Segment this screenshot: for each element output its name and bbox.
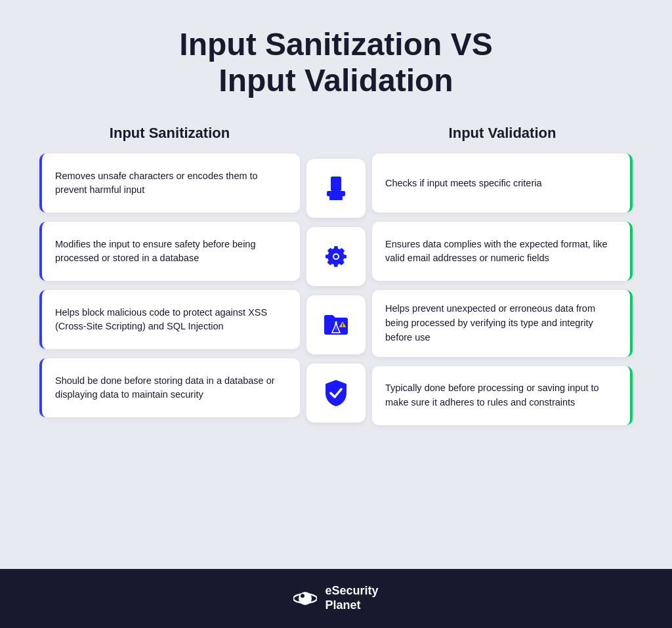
svg-rect-0 xyxy=(331,177,341,191)
comparison-wrapper: Input Sanitization Removes unsafe charac… xyxy=(39,125,633,425)
svg-point-6 xyxy=(342,327,343,329)
footer: eSecurityPlanet xyxy=(0,569,672,628)
icon-box-1 xyxy=(306,159,366,218)
left-column-header: Input Sanitization xyxy=(110,125,230,142)
svg-point-4 xyxy=(334,255,338,259)
left-card-2: Modifies the input to ensure safety befo… xyxy=(39,222,300,281)
left-card-3: Helps block malicious code to protect ag… xyxy=(39,290,300,349)
footer-brand: eSecurityPlanet xyxy=(325,584,378,612)
right-card-2: Ensures data complies with the expected … xyxy=(372,222,633,281)
right-column-header: Input Validation xyxy=(449,125,556,142)
svg-rect-1 xyxy=(327,191,345,196)
svg-point-9 xyxy=(301,594,304,598)
icon-box-3 xyxy=(306,295,366,354)
right-card-3: Helps prevent unexpected or erroneous da… xyxy=(372,290,633,356)
right-rows-list: Checks if input meets specific criteria … xyxy=(372,154,633,425)
icon-box-4 xyxy=(306,364,366,423)
center-icons-column xyxy=(300,159,372,423)
left-column: Input Sanitization Removes unsafe charac… xyxy=(39,125,300,417)
gear-icon xyxy=(320,241,352,272)
right-card-1: Checks if input meets specific criteria xyxy=(372,154,633,213)
left-rows-list: Removes unsafe characters or encodes the… xyxy=(39,154,300,417)
page-title: Input Sanitization VS Input Validation xyxy=(179,26,492,98)
right-column: Input Validation Checks if input meets s… xyxy=(372,125,633,425)
svg-rect-2 xyxy=(329,196,343,200)
shield-check-icon xyxy=(320,377,352,409)
brush-icon xyxy=(320,173,352,204)
icon-box-2 xyxy=(306,227,366,286)
folder-warning-icon xyxy=(320,309,352,341)
planet-icon xyxy=(293,587,317,610)
left-card-4: Should be done before storing data in a … xyxy=(39,358,300,417)
right-card-4: Typically done before processing or savi… xyxy=(372,366,633,425)
left-card-1: Removes unsafe characters or encodes the… xyxy=(39,154,300,213)
main-content: Input Sanitization VS Input Validation I… xyxy=(0,0,672,569)
